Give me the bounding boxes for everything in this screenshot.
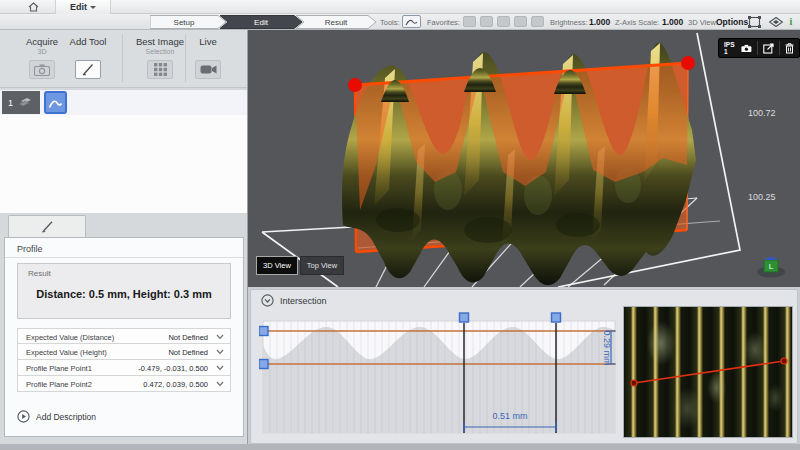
action-bar: Acquire 3D Add Tool Best Image Selection xyxy=(0,30,247,88)
row-value: Not Defined xyxy=(168,333,208,342)
grid-icon xyxy=(154,63,167,76)
orientation-gizmo[interactable]: L xyxy=(757,257,785,278)
right-cursor-handle[interactable] xyxy=(552,313,561,322)
zscale-value[interactable]: 1.000 xyxy=(662,17,683,27)
layer-number: 1 xyxy=(8,98,13,108)
delete-button[interactable] xyxy=(780,39,799,57)
fit-frame-icon xyxy=(748,16,761,28)
chevron-down-icon[interactable] xyxy=(216,349,224,355)
action-separator xyxy=(122,34,123,82)
view-mode-label: 3D View: xyxy=(688,18,718,27)
left-cursor-handle[interactable] xyxy=(460,313,469,322)
table-row[interactable]: Profile Plane Point2 0.472, 0.039, 0.500 xyxy=(17,376,231,392)
ips-toolbar: IPS 1 xyxy=(718,38,800,58)
row-label: Profile Plane Point1 xyxy=(26,364,92,373)
plane-endpoint-handle-right[interactable] xyxy=(681,56,695,70)
zscale-label: Z-Axis Scale: xyxy=(615,18,659,27)
edit-profile-tab[interactable] xyxy=(8,215,86,237)
chevron-down-icon[interactable] xyxy=(216,381,224,387)
step-result-label: Result xyxy=(325,18,348,27)
breadcrumb: Setup Edit Result xyxy=(150,15,376,29)
export-edit-button[interactable] xyxy=(758,39,779,57)
intersection-plot[interactable]: 0.51 mm 0.29 mm xyxy=(259,311,619,439)
profile-tool-selected-button[interactable] xyxy=(44,91,67,114)
surface-texture-image[interactable] xyxy=(623,306,793,438)
profile-curve-icon xyxy=(405,17,418,26)
best-image-button[interactable] xyxy=(147,60,173,79)
add-tool-button[interactable] xyxy=(75,60,101,79)
lower-line-handle[interactable] xyxy=(259,360,268,369)
video-camera-icon xyxy=(200,64,217,75)
divider xyxy=(5,257,243,258)
brightness-label: Brightness: xyxy=(550,18,588,27)
favorites-label: Favorites: xyxy=(427,18,460,27)
edit-menu-tab[interactable]: Edit xyxy=(55,0,111,14)
ips-camera-button[interactable]: IPS 1 xyxy=(719,39,757,57)
acquire-label: Acquire xyxy=(26,36,58,47)
width-dimension-label: 0.51 mm xyxy=(492,411,527,421)
surface-layer-icon xyxy=(18,97,32,108)
table-row[interactable]: Expected Value (Height) Not Defined xyxy=(17,344,231,360)
chevron-down-icon[interactable] xyxy=(216,365,224,371)
upper-line-handle[interactable] xyxy=(259,327,268,336)
intersection-panel: Intersection xyxy=(250,289,798,444)
row-label: Expected Value (Height) xyxy=(26,348,107,357)
pencil-icon xyxy=(41,220,54,233)
best-image-sub-label: Selection xyxy=(146,48,175,55)
3d-viewport[interactable]: L IPS 1 xyxy=(248,30,800,287)
row-value: 0.472, 0.039, 0.500 xyxy=(143,380,208,389)
z-axis-value-top: 100.72 xyxy=(748,108,776,118)
add-tool-label: Add Tool xyxy=(70,36,107,47)
home-icon xyxy=(28,2,39,12)
result-text: Distance: 0.5 mm, Height: 0.3 mm xyxy=(18,288,230,300)
info-icon: i xyxy=(790,16,793,27)
camera-icon xyxy=(741,44,752,53)
toolbar: Setup Edit Result Tools: Favorites: Brig… xyxy=(0,14,800,30)
row-value: Not Defined xyxy=(168,348,208,357)
plane-endpoint-handle-left[interactable] xyxy=(348,78,362,92)
pencil-icon xyxy=(82,63,95,76)
profile-tool-toolbar-button[interactable] xyxy=(402,15,421,28)
3d-scene: L xyxy=(248,30,800,287)
table-row[interactable]: Expected Value (Distance) Not Defined xyxy=(17,328,231,344)
favorite-slot[interactable] xyxy=(463,16,476,27)
camera-icon xyxy=(34,64,50,76)
collapse-icon[interactable] xyxy=(261,294,274,307)
3d-view-button[interactable]: 3D View xyxy=(256,256,298,275)
view-options-button[interactable]: Options xyxy=(716,17,748,27)
favorite-slot[interactable] xyxy=(480,16,493,27)
menu-bar: Edit xyxy=(0,0,800,14)
edit-menu-label: Edit xyxy=(70,2,87,12)
status-strip xyxy=(0,444,800,450)
table-row[interactable]: Profile Plane Point1 -0.479, -0.031, 0.5… xyxy=(17,360,231,376)
acquire-button[interactable] xyxy=(29,60,55,79)
row-label: Expected Value (Distance) xyxy=(26,333,114,342)
step-setup-label: Setup xyxy=(174,18,195,27)
result-box: Result Distance: 0.5 mm, Height: 0.3 mm xyxy=(17,263,231,319)
intersection-header[interactable]: Intersection xyxy=(261,294,327,307)
left-panel: Acquire 3D Add Tool Best Image Selection xyxy=(0,30,248,450)
gizmo-label: L xyxy=(769,262,774,271)
add-description-button[interactable]: Add Description xyxy=(17,410,96,423)
chevron-down-icon[interactable] xyxy=(216,334,224,340)
live-button[interactable] xyxy=(195,60,221,79)
z-axis-value-bottom: 100.25 xyxy=(748,192,776,202)
top-view-button[interactable]: Top View xyxy=(300,256,344,275)
favorite-slot[interactable] xyxy=(514,16,527,27)
layer-item-1[interactable]: 1 xyxy=(2,91,40,114)
favorite-slot[interactable] xyxy=(497,16,510,27)
3d-plane-button[interactable] xyxy=(767,15,785,28)
info-button[interactable]: i xyxy=(784,15,798,28)
chevron-down-icon xyxy=(90,6,96,9)
row-label: Profile Plane Point2 xyxy=(26,380,92,389)
favorite-slot[interactable] xyxy=(531,16,544,27)
fit-view-button[interactable] xyxy=(745,15,763,28)
intersection-title: Intersection xyxy=(280,296,327,306)
add-description-label: Add Description xyxy=(36,412,96,422)
edit-export-icon xyxy=(763,43,774,54)
texture-profile-line xyxy=(624,307,793,438)
profile-curve-icon xyxy=(48,97,63,109)
home-button[interactable] xyxy=(18,0,48,14)
brightness-value[interactable]: 1.000 xyxy=(589,17,610,27)
tools-label: Tools: xyxy=(380,18,400,27)
